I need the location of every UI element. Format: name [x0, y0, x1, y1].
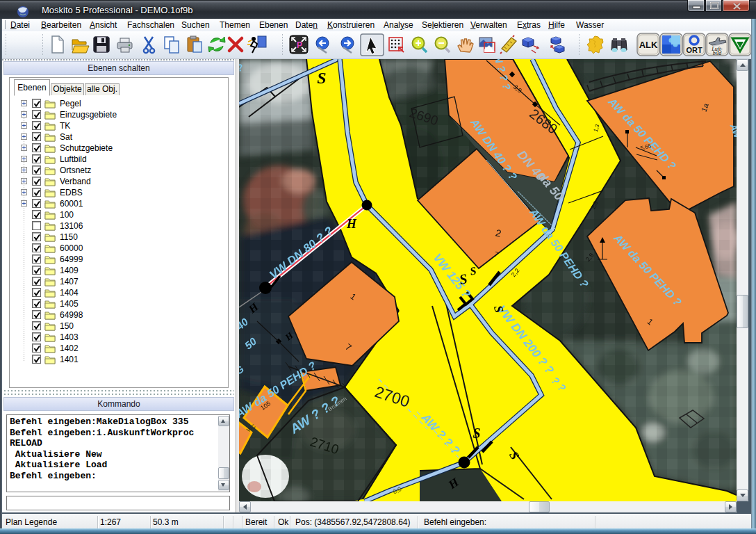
svg-text:S: S — [317, 69, 326, 87]
svg-text:H: H — [346, 217, 357, 231]
svg-text:ALK: ALK — [639, 40, 658, 50]
svg-text:bild: bild — [713, 50, 722, 56]
svg-text:S: S — [472, 426, 480, 441]
svg-text:P: P — [297, 40, 302, 50]
svg-text:ORT: ORT — [686, 46, 702, 54]
